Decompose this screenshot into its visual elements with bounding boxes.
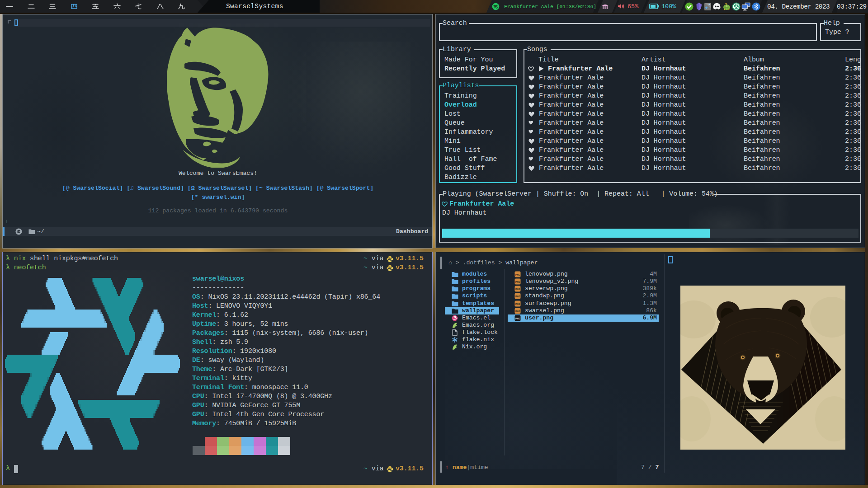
- svg-text:PNG: PNG: [515, 296, 520, 298]
- svg-text:PNG: PNG: [515, 274, 520, 276]
- svg-text:PNG: PNG: [515, 310, 520, 312]
- svg-text:PNG: PNG: [515, 281, 520, 283]
- svg-text:PNG: PNG: [515, 288, 520, 291]
- svg-text:PNG: PNG: [515, 303, 520, 305]
- svg-text:PNG: PNG: [515, 317, 520, 319]
